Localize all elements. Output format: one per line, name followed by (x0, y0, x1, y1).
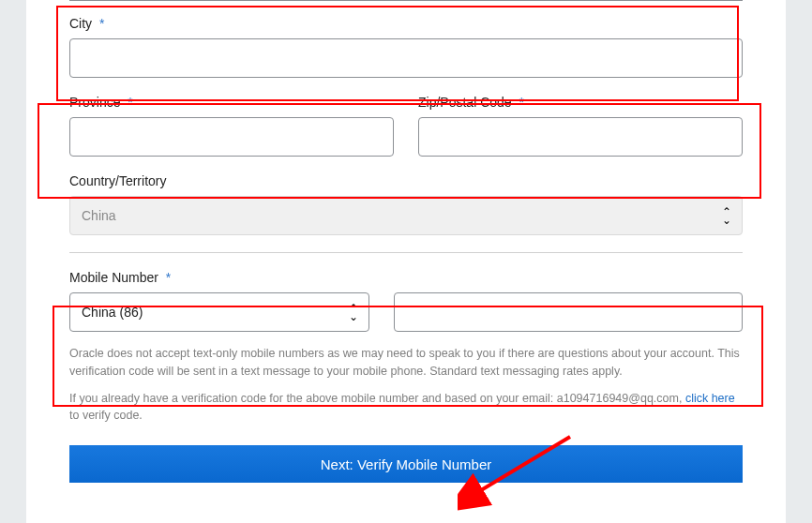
country-code-select[interactable]: China (86) (69, 292, 369, 332)
mobile-label: Mobile Number * (69, 266, 743, 285)
zip-input[interactable] (418, 117, 743, 157)
required-star: * (99, 16, 104, 31)
help-email: a1094716949@qq.com (557, 392, 679, 405)
prev-field-border (69, 0, 743, 1)
help-text-2a: If you already have a verification code … (69, 392, 557, 405)
country-code-select-wrap: China (86) ⌃⌄ (69, 292, 369, 332)
mobile-field-group: Mobile Number * China (86) ⌃⌄ (69, 266, 743, 332)
country-label-text: Country/Territory (69, 173, 166, 188)
country-label: Country/Territory (69, 170, 743, 188)
city-label-text: City (69, 16, 92, 31)
country-code-value: China (86) (82, 305, 143, 320)
province-zip-row: Province * Zip/Postal Code * (69, 91, 743, 170)
province-label: Province * (69, 91, 394, 110)
province-label-text: Province (69, 95, 120, 110)
country-selected-value: China (82, 208, 116, 223)
zip-label: Zip/Postal Code * (418, 91, 743, 110)
zip-field-group: Zip/Postal Code * (418, 91, 743, 157)
help-text-2b: , (679, 392, 685, 405)
city-label: City * (69, 12, 743, 31)
next-verify-button[interactable]: Next: Verify Mobile Number (69, 445, 743, 483)
country-field-group: Country/Territory China ⌃⌄ (69, 170, 743, 235)
province-input[interactable] (69, 117, 394, 157)
section-divider (69, 252, 743, 253)
mobile-label-text: Mobile Number (69, 270, 158, 285)
province-field-group: Province * (69, 91, 394, 157)
mobile-number-input[interactable] (394, 292, 743, 332)
required-star: * (166, 270, 171, 285)
required-star: * (519, 95, 524, 110)
country-select-wrap: China ⌃⌄ (69, 196, 743, 235)
next-button-label: Next: Verify Mobile Number (321, 456, 492, 472)
help-text-2c: to verify code. (69, 409, 143, 422)
city-field-group: City * (69, 12, 743, 78)
country-select: China (69, 196, 743, 235)
help-text-1: Oracle does not accept text-only mobile … (69, 345, 743, 381)
help-text-2: If you already have a verification code … (69, 390, 743, 426)
click-here-link[interactable]: click here (685, 392, 735, 405)
city-input[interactable] (69, 38, 743, 78)
required-star: * (128, 95, 132, 110)
zip-label-text: Zip/Postal Code (418, 95, 512, 110)
